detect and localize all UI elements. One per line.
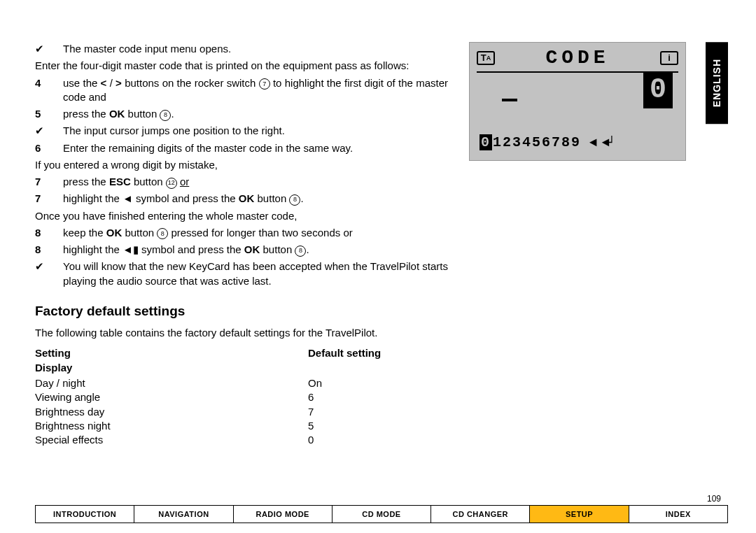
table-header-setting: Setting [35, 347, 308, 359]
left-column: ✔ The master code input menu opens. Ente… [35, 42, 448, 447]
settings-table: Setting Display Day / night Viewing angl… [35, 347, 448, 447]
t: or [180, 176, 189, 187]
text: If you entered a wrong digit by mistake, [35, 158, 448, 172]
nav-navigation[interactable]: NAVIGATION [134, 505, 233, 523]
section-heading: Factory default settings [35, 304, 448, 319]
bold: OK [244, 243, 260, 255]
circled-number-icon: 8 [295, 246, 306, 257]
circled-number-icon: 8 [160, 110, 171, 121]
step-number: 7 [35, 192, 63, 206]
t: buttons on the rocker switch [122, 77, 259, 89]
t: press the [63, 176, 109, 187]
page-number: 109 [35, 494, 728, 504]
t: button [125, 108, 160, 120]
table-cell: On [308, 376, 448, 390]
text: You will know that the new KeyCard has b… [63, 260, 448, 288]
step-number: 4 [35, 76, 63, 90]
text: press the ESC button 12 or [63, 175, 448, 189]
page-content: ✔ The master code input menu opens. Ente… [35, 42, 721, 447]
table-cell: 5 [308, 419, 448, 433]
lcd-title: CODE [545, 47, 609, 69]
text: press the OK button 8. [63, 107, 448, 121]
step-row: 8 keep the OK button 8 pressed for longe… [35, 226, 448, 240]
step-row: 6 Enter the remaining digits of the mast… [35, 141, 448, 155]
bold: OK [109, 108, 125, 120]
check-icon: ✔ [35, 260, 63, 273]
table-cell: 0 [308, 433, 448, 447]
bold: OK [239, 192, 255, 204]
right-column: TA CODE i 0 0123456789 ◄ ◄┘ [469, 42, 686, 447]
bold: OK [106, 227, 122, 239]
lcd-display: TA CODE i 0 0123456789 ◄ ◄┘ [469, 42, 686, 161]
text: The master code input menu opens. [63, 42, 448, 56]
lcd-digit-row: 0123456789 ◄ ◄┘ [479, 134, 614, 150]
check-row: ✔ The input cursor jumps one position to… [35, 124, 448, 138]
bold: ESC [109, 176, 131, 187]
t: . [300, 192, 303, 204]
step-number: 7 [35, 175, 63, 189]
table-cell: 7 [308, 405, 448, 419]
check-icon: ✔ [35, 42, 63, 56]
nav-cd-changer[interactable]: CD CHANGER [431, 505, 530, 523]
table-cell: Brightness day [35, 405, 308, 419]
circled-number-icon: 8 [289, 194, 300, 206]
t: . [306, 243, 309, 255]
intro-text: Enter the four-digit master code that is… [35, 59, 448, 73]
text: use the < / > buttons on the rocker swit… [63, 76, 448, 105]
t: keep the [63, 227, 106, 239]
check-row: ✔ The master code input menu opens. [35, 42, 448, 56]
table-header-default: Default setting [308, 347, 448, 359]
lcd-highlighted-digit: 0 [479, 134, 492, 150]
table-cell: Special effects [35, 433, 308, 447]
circled-number-icon: 7 [259, 78, 270, 90]
nav-setup[interactable]: SETUP [530, 505, 629, 523]
footer-nav: INTRODUCTION NAVIGATION RADIO MODE CD MO… [35, 505, 728, 523]
step-row: 8 highlight the ◄▮ symbol and press the … [35, 243, 448, 257]
table-cell: Brightness night [35, 419, 308, 433]
step-row: 5 press the OK button 8. [35, 107, 448, 121]
step-row: 7 press the ESC button 12 or [35, 175, 448, 189]
lcd-ta-icon: TA [477, 51, 495, 65]
check-icon: ✔ [35, 124, 63, 138]
t: symbol and press the [139, 243, 244, 255]
lcd-selected-digit: 0 [643, 72, 673, 108]
text: The input cursor jumps one position to t… [63, 124, 448, 138]
t: pressed for longer than two seconds or [168, 227, 352, 239]
nav-index[interactable]: INDEX [629, 505, 728, 523]
step-row: 7 highlight the ◄ symbol and press the O… [35, 192, 448, 206]
nav-cd-mode[interactable]: CD MODE [332, 505, 431, 523]
t: highlight the [63, 243, 122, 255]
t: press the [63, 108, 109, 120]
step-number: 6 [35, 141, 63, 155]
lcd-arrows-icon: ◄ ◄┘ [589, 136, 614, 150]
footer: 109 INTRODUCTION NAVIGATION RADIO MODE C… [35, 494, 728, 523]
text: Once you have finished entering the whol… [35, 209, 448, 223]
t: button [254, 192, 289, 204]
step-number: 8 [35, 226, 63, 240]
check-row: ✔ You will know that the new KeyCard has… [35, 260, 448, 288]
lcd-digits: 123456789 [493, 134, 581, 150]
t: button [131, 176, 166, 187]
t: highlight the [63, 192, 122, 204]
lcd-info-icon: i [660, 51, 678, 65]
step-number: 5 [35, 107, 63, 121]
circled-number-icon: 12 [166, 178, 177, 189]
nav-radio-mode[interactable]: RADIO MODE [234, 505, 332, 523]
language-tab: ENGLISH [706, 42, 728, 124]
circled-number-icon: 8 [157, 228, 168, 239]
t: . [171, 108, 174, 120]
table-group: Display [35, 362, 308, 374]
text: highlight the ◄ symbol and press the OK … [63, 192, 448, 206]
step-number: 8 [35, 243, 63, 257]
t: button [260, 243, 295, 255]
text: keep the OK button 8 pressed for longer … [63, 226, 448, 240]
text: highlight the ◄▮ symbol and press the OK… [63, 243, 448, 257]
table-cell: Viewing angle [35, 390, 308, 404]
nav-introduction[interactable]: INTRODUCTION [35, 505, 134, 523]
enter-symbol-icon: ◄▮ [122, 243, 139, 255]
table-cell: Day / night [35, 376, 308, 390]
section-intro: The following table contains the factory… [35, 326, 448, 340]
table-cell: 6 [308, 390, 448, 404]
text: Enter the remaining digits of the master… [63, 141, 448, 155]
lcd-cursor [502, 99, 517, 101]
